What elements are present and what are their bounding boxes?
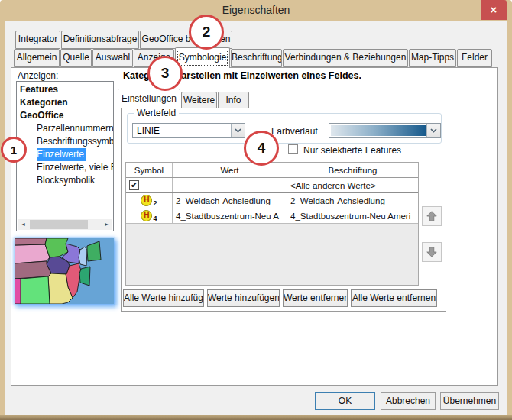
arrow-up-icon — [425, 209, 439, 223]
anzeigen-label: Anzeigen: — [18, 70, 58, 81]
move-down-button[interactable] — [422, 242, 442, 262]
chevron-down-icon[interactable] — [231, 124, 245, 137]
tree-item-geooffice[interactable]: GeoOffice — [17, 109, 113, 122]
tab-map-tipps[interactable]: Map-Tipps — [409, 49, 456, 67]
table-row-all-other-values[interactable]: ✔ <Alle anderen Werte> — [126, 178, 418, 193]
tree-item-kategorien[interactable]: Kategorien — [17, 96, 113, 109]
window-bottom-shadow — [0, 415, 512, 420]
remove-values-button[interactable]: Werte entfernen — [283, 289, 348, 307]
table-row-weidach[interactable]: H2 2_Weidach-Achsiedlung 2_Weidach-Achsi… — [126, 193, 418, 208]
tab-beschriftung[interactable]: Beschriftung — [231, 49, 282, 67]
chevron-down-icon[interactable] — [426, 124, 440, 137]
cancel-button[interactable]: Abbrechen — [381, 392, 436, 410]
values-table: Symbol Wert Beschriftung ✔ <Alle anderen… — [125, 162, 419, 286]
tab-weitere[interactable]: Weitere — [181, 92, 217, 108]
callout-3: 3 — [147, 56, 183, 91]
table-header-row: Symbol Wert Beschriftung — [126, 163, 418, 178]
tree-item-beschriftungssymbol[interactable]: Beschriftungssymbol — [17, 135, 113, 148]
only-selected-checkbox[interactable] — [288, 144, 298, 154]
arrow-down-icon — [425, 245, 439, 259]
table-row-stadtbuszentrum[interactable]: H4 4_Stadtbuszentrum-Neu A 4_Stadtbuszen… — [126, 208, 418, 224]
tab-allgemein[interactable]: Allgemein — [14, 49, 60, 67]
tab-definitionsabfrage[interactable]: Definitionsabfrage — [61, 31, 139, 49]
tree-item-einzelwerte[interactable]: Einzelwerte — [17, 148, 113, 161]
apply-button[interactable]: Übernehmen — [440, 392, 499, 410]
symbology-panel: Anzeigen: Features Kategorien GeoOffice … — [11, 67, 498, 386]
callout-2: 2 — [189, 15, 224, 50]
tab-quelle[interactable]: Quelle — [60, 49, 92, 67]
farbverlauf-label: Farbverlauf — [271, 126, 318, 137]
tree-item-features[interactable]: Features — [17, 83, 113, 96]
tab-integrator[interactable]: Integrator — [15, 31, 60, 49]
titlebar[interactable]: Eigenschaften × — [0, 0, 512, 21]
dialog-body: Integrator Definitionsabfrage GeoOffice … — [5, 21, 507, 415]
close-button[interactable]: × — [481, 0, 507, 20]
wertefeld-dropdown[interactable]: LINIE — [132, 123, 245, 138]
bus-stop-symbol-icon: H4 — [141, 210, 157, 222]
tree-item-blocksymbolik[interactable]: Blocksymbolik — [17, 174, 113, 187]
wertefeld-value: LINIE — [137, 124, 160, 137]
wertefeld-legend: Wertefeld — [134, 108, 179, 118]
column-header-beschriftung[interactable]: Beschriftung — [287, 163, 418, 177]
ok-button[interactable]: OK — [315, 392, 375, 410]
tree-item-einzelwerte-viele[interactable]: Einzelwerte, viele Fe — [17, 161, 113, 174]
callout-4: 4 — [244, 131, 279, 166]
move-up-button[interactable] — [422, 206, 442, 226]
tab-symbologie[interactable]: Symbologie — [175, 47, 230, 68]
close-icon: × — [491, 3, 497, 16]
row-checkbox-checked[interactable]: ✔ — [129, 180, 139, 190]
callout-1: 1 — [1, 137, 27, 163]
color-ramp-swatch — [331, 125, 426, 136]
tab-felder[interactable]: Felder — [457, 49, 492, 67]
tab-info[interactable]: Info — [218, 92, 249, 108]
column-header-wert[interactable]: Wert — [173, 163, 287, 177]
scrollbar-thumb[interactable] — [30, 220, 88, 229]
add-all-values-button[interactable]: Alle Werte hinzufügen — [123, 289, 204, 307]
tab-auswahl[interactable]: Auswahl — [92, 49, 133, 67]
map-preview-image — [15, 238, 114, 304]
symbology-tree[interactable]: Features Kategorien GeoOffice Parzellenn… — [16, 81, 114, 231]
tree-item-parzellennummern[interactable]: Parzellennummern — [17, 122, 113, 135]
scroll-right-icon[interactable]: ► — [101, 219, 112, 230]
tree-hscrollbar[interactable]: ◄ ► — [18, 219, 112, 230]
tab-verbindungen-beziehungen[interactable]: Verbindungen & Beziehungen — [283, 49, 408, 67]
einstellungen-panel: Wertefeld LINIE Farbverlauf Nur sel — [121, 108, 446, 312]
farbverlauf-dropdown[interactable] — [329, 123, 441, 138]
bus-stop-symbol-icon: H2 — [141, 195, 157, 207]
tab-einstellungen[interactable]: Einstellungen — [118, 89, 180, 108]
window-title: Eigenschaften — [222, 4, 290, 16]
scroll-left-icon[interactable]: ◄ — [18, 219, 29, 230]
check-icon: ✔ — [131, 180, 138, 189]
eigenschaften-dialog: Eigenschaften × Integrator Definitionsab… — [0, 0, 512, 420]
remove-all-values-button[interactable]: Alle Werte entfernen — [351, 289, 437, 307]
add-values-button[interactable]: Werte hinzufügen — [207, 289, 280, 307]
column-header-symbol[interactable]: Symbol — [126, 163, 173, 177]
only-selected-label: Nur selektierte Features — [303, 145, 401, 156]
